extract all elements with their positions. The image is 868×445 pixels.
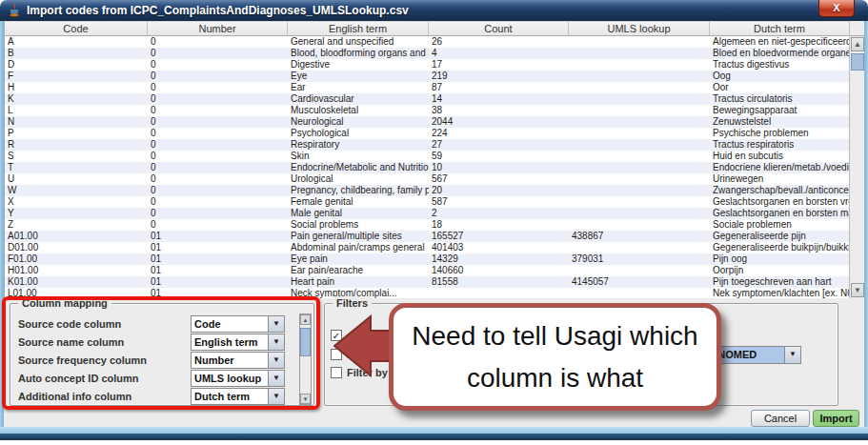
table-cell: 26 [429,36,569,48]
table-row[interactable]: H01.0001Ear pain/earache140660Oorpijn [5,265,864,276]
mapping-select[interactable]: UMLS lookup▼ [191,370,285,387]
table-cell [569,105,710,116]
chevron-down-icon[interactable]: ▼ [268,370,285,387]
chevron-down-icon[interactable]: ▼ [784,346,801,364]
table-body: A0General and unspecified26Algemeen en n… [5,36,864,298]
chevron-down-icon[interactable]: ▼ [268,352,285,369]
table-cell [569,93,710,105]
callout-arrow-icon [333,314,394,377]
table-cell: Tractus respiratoris [710,139,850,151]
table-cell: Urinewegen [710,173,850,185]
table-scrollbar[interactable]: ▲ ▼ [849,21,864,298]
table-cell: Huid en subcutis [710,151,850,162]
column-header[interactable]: UMLS lookup [569,21,710,36]
mapping-select[interactable]: English term▼ [191,334,285,351]
scrollbar-thumb[interactable] [851,53,864,71]
table-cell: 20 [429,185,569,196]
table-cell: General and unspecified [288,36,429,48]
table-cell: 0 [148,48,288,59]
import-button[interactable]: Import [813,410,859,427]
table-cell: Oog [710,71,850,82]
table-row[interactable]: L0Musculoskeletal38Bewegingsapparaat [5,105,864,116]
column-header[interactable]: English term [288,21,429,36]
table-cell: 18 [429,219,569,231]
table-row[interactable]: D01.0001Abdominal pain/cramps general401… [5,242,864,253]
table-row[interactable]: A0General and unspecified26Algemeen en n… [5,36,864,48]
mapping-row: Auto concept ID columnUMLS lookup▼ [18,370,285,388]
cancel-button[interactable]: Cancel [751,410,810,427]
title-bar[interactable]: Import codes from ICPC_ComplaintsAndDiag… [0,0,868,21]
table-row[interactable]: L01.0001Neck symptom/complai...Nek sympt… [5,288,864,298]
table-cell [569,185,710,196]
mapping-select[interactable]: Dutch term▼ [191,388,285,405]
chevron-down-icon[interactable]: ▼ [268,388,285,405]
table-row[interactable]: T0Endocrine/Metabolic and Nutrition...10… [5,162,864,173]
table-cell: Geslachtsorganen en borsten man [710,208,850,219]
chevron-down-icon[interactable]: ▼ [268,334,285,351]
mapping-row: Additional info columnDutch term▼ [18,388,285,406]
table-cell: Female genital [288,196,429,208]
table-cell: Algemeen en niet-gespecificeerd [710,36,850,48]
mapping-select[interactable]: Code▼ [191,315,285,333]
table-row[interactable]: U0Urological567Urinewegen [5,173,864,185]
table-cell: 01 [148,231,288,242]
table-cell: Heart pain [288,276,429,288]
table-cell [569,128,710,139]
table-row[interactable]: P0Psychological224Psychische problemen [5,128,864,139]
mapping-select-value: English term [191,334,268,351]
column-header[interactable]: Count [429,21,569,36]
table-cell: 14 [429,93,569,105]
mapping-scroll-down-icon[interactable]: ▼ [300,394,311,404]
mapping-scroll-up-icon[interactable]: ▲ [300,314,311,325]
table-row[interactable]: N0Neurological2044Zenuwstelstel [5,116,864,128]
chevron-down-icon[interactable]: ▼ [268,315,285,333]
table-row[interactable]: A01.0001Pain general/multiple sites16552… [5,231,864,242]
table-row[interactable]: H0Ear87Oor [5,82,864,93]
table-row[interactable]: Y0Male genital2Geslachtsorganen en borst… [5,208,864,219]
table-cell: Ear pain/earache [288,265,429,276]
table-cell: Nek symptomen/klachten [ex. N01] [710,288,850,298]
table-row[interactable]: B0Blood, bloodforming organs and i...4Bl… [5,48,864,59]
table-cell: P [5,128,148,139]
table-cell: S [5,151,148,162]
table-cell: 438867 [569,231,710,242]
table-cell: 0 [148,128,288,139]
table-row[interactable]: K01.0001Heart pain815584145057Pijn toege… [5,276,864,288]
mapping-row: Source frequency columnNumber▼ [18,352,285,370]
column-header[interactable]: Dutch term [710,21,850,36]
column-header[interactable]: Number [148,21,288,36]
table-header-row: CodeNumberEnglish termCountUMLS lookupDu… [5,21,864,36]
table-cell: Tractus circulatoris [710,93,850,105]
table-cell: Endocrine/Metabolic and Nutrition... [288,162,429,173]
table-cell: 587 [429,196,569,208]
mapping-scrollbar-thumb[interactable] [300,328,311,356]
table-cell: X [5,196,148,208]
table-cell: 0 [148,162,288,173]
mapping-select-value: Number [191,352,268,369]
table-row[interactable]: Z0Social problems18Sociale problemen [5,219,864,231]
table-cell: 01 [148,276,288,288]
table-cell: Gegeneraliseerde buikpijn/buikkr... [710,242,850,253]
table-cell: B [5,48,148,59]
table-row[interactable]: W0Pregnancy, childbearing, family pl...2… [5,185,864,196]
table-cell: 401403 [429,242,569,253]
table-cell [569,36,710,48]
table-row[interactable]: R0Respiratory27Tractus respiratoris [5,139,864,151]
column-header[interactable]: Code [5,21,148,36]
table-cell: Ear [288,82,429,93]
close-button[interactable]: X [818,0,855,17]
table-row[interactable]: F01.0001Eye pain14329379031Pijn oog [5,253,864,265]
table-row[interactable]: K0Cardiovascular14Tractus circulatoris [5,93,864,105]
table-row[interactable]: D0Digestive17Tractus digestivus [5,59,864,71]
scroll-down-icon[interactable]: ▼ [851,283,864,297]
mapping-select[interactable]: Number▼ [191,352,285,369]
mapping-label: Source name column [18,336,124,348]
scroll-up-icon[interactable]: ▲ [851,37,864,51]
table-row[interactable]: X0Female genital587Geslachtsorganen en b… [5,196,864,208]
table-row[interactable]: F0Eye219Oog [5,71,864,82]
filters-title: Filters [333,296,372,310]
table-row[interactable]: S0Skin59Huid en subcutis [5,151,864,162]
mapping-scrollbar[interactable]: ▲ ▼ [299,314,312,405]
table-cell: 87 [429,82,569,93]
table-cell [569,196,710,208]
